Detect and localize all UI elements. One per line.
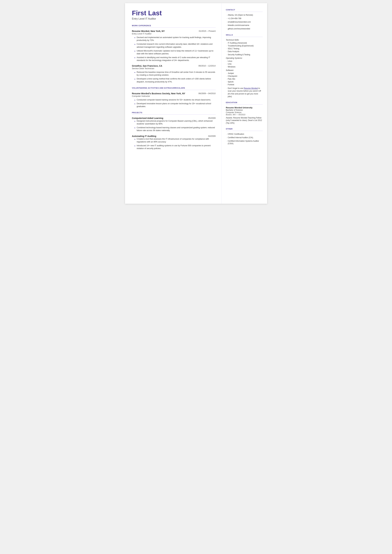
proj-bullet-0-1: Combined technology-based learning class… xyxy=(134,126,216,132)
tech-skill-0: IT Auditing (Advanced) xyxy=(226,42,263,44)
proj-bullet-1-1: Introduced 14+ new IT auditing systems i… xyxy=(134,144,216,150)
os-1: Unix xyxy=(226,63,263,65)
job-role-0: Entry Level IT Auditor xyxy=(132,33,216,35)
resume-worded-link[interactable]: Resume Worded xyxy=(244,87,258,89)
edu-location-date: Boston, MA — 05/2010 xyxy=(226,113,263,116)
volunteer-block-0: Resume Worded's Business Society, New Yo… xyxy=(132,92,216,108)
os-list: Linux Unix Windows xyxy=(226,60,263,68)
technical-skills-list: IT Auditing (Advanced) Troubleshooting (… xyxy=(226,42,263,53)
job-company-0: Resume Worded, New York, NY xyxy=(132,30,165,32)
proj-bullet-0-0: Designed instructional programs for Comp… xyxy=(134,119,216,125)
project-date-1: 04/2009 xyxy=(207,135,216,137)
os-0: Linux xyxy=(226,60,263,62)
bullet-1-1: Developed a time-saving method that conf… xyxy=(134,77,216,83)
volunteer-role-0: Computer Instructor xyxy=(132,95,216,97)
edu-degree: Bachelor of Science xyxy=(226,109,263,111)
job-role-1: Service Desk Technician xyxy=(132,67,216,70)
resume-worded-note: Don't forget to use Resume Worded to sca… xyxy=(226,87,263,98)
contact-section: CONTACT Atlanta, GA (Open to Remote) +1-… xyxy=(226,9,263,30)
job-company-1: Growthsi, San Francisco, CA xyxy=(132,65,162,67)
software-label: Software: xyxy=(226,69,263,71)
software-3: Splunk xyxy=(226,81,263,83)
projects-divider xyxy=(132,114,216,115)
work-experience-section-title: WORK EXPERIENCE xyxy=(132,25,216,27)
projects-section-title: PROJECTS xyxy=(132,112,216,113)
os-2: Windows xyxy=(226,66,263,68)
job-bullets-0: Devised and implemented an automated sys… xyxy=(132,36,216,62)
job-header-1: Growthsi, San Francisco, CA 06/2010 – 12… xyxy=(132,65,216,67)
tech-skill-2: SDLC Testing xyxy=(226,48,263,50)
project-bullets-1: Created a tool that assesses the IT infr… xyxy=(132,138,216,150)
bullet-0-3: Assisted in identifying and resolving th… xyxy=(134,56,216,62)
project-block-0: Computerized Aided Learning 05/2009 Desi… xyxy=(132,117,216,132)
resume-page: First Last Entry Level IT Auditor WORK E… xyxy=(125,3,267,204)
tech-skill-1: Troubleshooting (Experienced) xyxy=(226,45,263,47)
additional-skill-list: Security Auditing & Testing xyxy=(226,54,263,56)
contact-item-3: linkedin.com/in/username xyxy=(226,24,263,27)
education-title: EDUCATION xyxy=(226,102,263,104)
job-block-0: Resume Worded, New York, NY 01/2015 – Pr… xyxy=(132,30,216,62)
software-2: Palo Alto xyxy=(226,78,263,80)
skills-section: SKILLS Technical Skills: IT Auditing (Ad… xyxy=(226,34,263,98)
education-divider xyxy=(226,104,263,105)
bullet-1-0: Reduced the baseline response time of Gr… xyxy=(134,71,216,77)
left-column: First Last Entry Level IT Auditor WORK E… xyxy=(125,3,221,204)
other-item-0: CRISC Certification xyxy=(226,133,263,135)
candidate-title: Entry Level IT Auditor xyxy=(132,17,216,20)
contact-list: Atlanta, GA (Open to Remote) +1-234-456-… xyxy=(226,14,263,30)
education-section: EDUCATION Resume Worded University Bache… xyxy=(226,102,263,125)
contact-title: CONTACT xyxy=(226,9,263,11)
volunteering-divider xyxy=(132,90,216,90)
software-list: Juniper Checkpoint Palo Alto Splunk Fort… xyxy=(226,72,263,86)
volunteering-section-title: VOLUNTEERING ACTIVITIES AND EXTRACURRICU… xyxy=(132,87,216,89)
edu-school: Resume Worded University xyxy=(226,106,263,109)
job-dates-0: 01/2015 – Present xyxy=(197,30,216,32)
education-block: Resume Worded University Bachelor of Sci… xyxy=(226,106,263,125)
project-header-0: Computerized Aided Learning 05/2009 xyxy=(132,117,216,119)
volunteer-bullets-0: Conducted computer-based training sessio… xyxy=(132,98,216,108)
project-bullets-0: Designed instructional programs for Comp… xyxy=(132,119,216,132)
contact-divider xyxy=(226,12,263,12)
software-4: Fortinet xyxy=(226,84,263,86)
bullet-0-1: Conducted research into current informat… xyxy=(134,43,216,48)
contact-item-0: Atlanta, GA (Open to Remote) xyxy=(226,14,263,16)
skills-title: SKILLS xyxy=(226,34,263,36)
technical-skills-label: Technical Skills: xyxy=(226,39,263,41)
right-column: CONTACT Atlanta, GA (Open to Remote) +1-… xyxy=(221,3,267,204)
project-name-0: Computerized Aided Learning xyxy=(132,117,163,119)
additional-skill: Security Auditing & Testing xyxy=(226,54,263,56)
proj-bullet-1-0: Created a tool that assesses the IT infr… xyxy=(134,138,216,143)
candidate-name: First Last xyxy=(132,9,216,17)
volunteer-company-0: Resume Worded's Business Society, New Yo… xyxy=(132,92,185,95)
job-block-1: Growthsi, San Francisco, CA 06/2010 – 12… xyxy=(132,65,216,83)
skills-divider xyxy=(226,37,263,37)
contact-item-1: +1-234-456-789 xyxy=(226,17,263,20)
other-list: CRISC Certification Certified Internal A… xyxy=(226,133,263,145)
job-header-0: Resume Worded, New York, NY 01/2015 – Pr… xyxy=(132,30,216,32)
other-section: OTHER CRISC Certification Certified Inte… xyxy=(226,128,263,145)
edu-awards: Awards: Resume Worded Teaching Fellow (o… xyxy=(226,117,263,125)
tech-skill-3: Data Analysis xyxy=(226,50,263,53)
project-block-1: Automating IT Auditing 04/2009 Created a… xyxy=(132,135,216,150)
project-header-1: Automating IT Auditing 04/2009 xyxy=(132,135,216,137)
project-date-0: 05/2009 xyxy=(207,117,216,119)
other-item-1: Certified Internal Auditor (CIA). xyxy=(226,136,263,139)
volunteer-header-0: Resume Worded's Business Society, New Yo… xyxy=(132,92,216,95)
other-item-2: Certified Information Systems Auditor (C… xyxy=(226,140,263,145)
volunteer-dates-0: 06/2009 – 04/2010 xyxy=(197,92,216,95)
contact-item-4: github.com/resumeworded xyxy=(226,28,263,30)
software-0: Juniper xyxy=(226,72,263,74)
software-1: Checkpoint xyxy=(226,75,263,77)
vol-bullet-0-1: Developed innovative lesson plans on com… xyxy=(134,102,216,108)
bullet-0-2: Utilized Microsoft's Automatic Updates t… xyxy=(134,49,216,55)
other-title: OTHER xyxy=(226,128,263,130)
edu-field: Computer Science xyxy=(226,111,263,113)
project-name-1: Automating IT Auditing xyxy=(132,135,156,137)
vol-bullet-0-0: Conducted computer-based training sessio… xyxy=(134,98,216,101)
job-dates-1: 06/2010 – 12/2014 xyxy=(197,65,216,67)
contact-item-2: email@resumeworded.com xyxy=(226,21,263,23)
os-label: Operating Systems: xyxy=(226,57,263,59)
bullet-0-0: Devised and implemented an automated sys… xyxy=(134,36,216,42)
job-bullets-1: Reduced the baseline response time of Gr… xyxy=(132,71,216,83)
